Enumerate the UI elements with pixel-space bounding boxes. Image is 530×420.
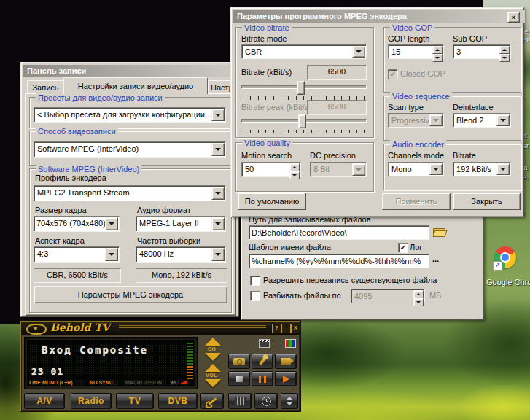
dropdown-button[interactable] <box>211 143 225 156</box>
overwrite-label: Разрешить перезапись существующего файла <box>263 276 437 285</box>
mpeg-dialog-title: Параметры программного MPEG энкодера <box>237 12 407 20</box>
aspect-combobox[interactable]: 4:3 <box>34 246 120 262</box>
close-button[interactable]: Закрыть <box>453 192 521 210</box>
meter-orange <box>187 366 193 379</box>
channel-down-button[interactable] <box>205 353 221 361</box>
dropdown-button[interactable] <box>105 248 118 261</box>
dropdown-button[interactable] <box>211 217 225 230</box>
overwrite-checkbox[interactable] <box>250 276 260 286</box>
tab-video-audio-settings[interactable]: Настройки записи видео/аудио <box>63 77 208 94</box>
pause-button[interactable] <box>252 371 273 386</box>
desktop-icon-label-fragment: е <box>524 28 528 35</box>
audio-format-label: Аудио формат <box>137 206 191 215</box>
camcorder-icon <box>281 358 291 365</box>
channel-up-button[interactable] <box>205 338 221 346</box>
recordings-button[interactable] <box>228 393 252 409</box>
play-icon <box>283 376 289 383</box>
motion-search-spinner[interactable]: 50 <box>241 162 301 177</box>
spinner-buttons[interactable] <box>289 163 300 176</box>
dropdown-button[interactable] <box>211 248 225 261</box>
bitrate-peak-box: 6500 <box>307 100 367 115</box>
record-method-combobox[interactable]: Software MPEG (InterVideo) <box>34 141 226 158</box>
log-checkbox[interactable]: ✓ <box>398 243 408 253</box>
volume-up-button[interactable] <box>205 364 221 372</box>
defaults-button[interactable]: По умолчанию <box>238 192 306 210</box>
dropdown-button[interactable] <box>352 46 365 58</box>
spinner-buttons[interactable] <box>499 46 510 58</box>
chevron-down-icon <box>356 50 362 56</box>
bitrate-slider-thumb[interactable] <box>297 81 305 95</box>
gop-length-spinner[interactable]: 15 <box>388 44 444 59</box>
dropdown-button[interactable] <box>211 109 225 121</box>
spinner-buttons[interactable] <box>413 290 424 302</box>
frame-size-combobox[interactable]: 704x576 (704x480) <box>34 216 120 232</box>
spin-down-button[interactable] <box>499 54 510 62</box>
channels-mode-label: Channels mode <box>388 151 444 160</box>
record-panel-titlebar[interactable]: Панель записи <box>23 65 238 77</box>
spin-down-button[interactable] <box>413 298 424 306</box>
chevron-down-icon <box>109 222 114 228</box>
record-method-value: Software MPEG (InterVideo) <box>34 141 226 158</box>
dropdown-button[interactable] <box>211 187 225 200</box>
dropdown-button[interactable] <box>496 163 510 175</box>
split-files-checkbox[interactable] <box>250 291 260 301</box>
behold-help-button[interactable]: ? <box>272 324 281 333</box>
template-more-button[interactable]: ... <box>432 254 439 264</box>
mpeg-params-button[interactable]: Параметры MPEG энкодера <box>34 286 227 303</box>
chrome-shortcut-label[interactable]: Google Chro <box>486 278 530 287</box>
sample-rate-combobox[interactable]: 48000 Hz <box>136 246 226 262</box>
mode-radio-button[interactable]: Radio <box>71 393 112 409</box>
google-chrome-shortcut[interactable]: ↗ <box>493 245 518 280</box>
frame-size-label: Размер кадра <box>35 206 87 215</box>
sub-gop-spinner[interactable]: 3 <box>453 44 511 59</box>
mode-tv-button[interactable]: TV <box>116 393 154 409</box>
audio-record-button[interactable] <box>252 354 273 369</box>
audio-format-combobox[interactable]: MPEG-1 Layer II <box>136 216 226 232</box>
browse-folder-icon[interactable] <box>433 227 445 236</box>
split-size-spinner[interactable]: 4095 <box>351 289 425 303</box>
spin-up-button[interactable] <box>499 46 510 54</box>
stop-button[interactable] <box>228 371 250 386</box>
bitrate-peak-label: Bitrate peak (kBit/s) <box>241 103 311 112</box>
behold-close-button[interactable]: X <box>291 324 300 333</box>
scheduler-button[interactable] <box>254 393 278 409</box>
dropdown-button[interactable] <box>429 163 443 175</box>
close-icon[interactable]: × <box>507 12 520 23</box>
encoder-profile-label: Профиль энкодера <box>35 174 106 183</box>
pause-icon <box>259 376 266 383</box>
deinterlace-combobox[interactable]: Blend 2 <box>453 113 511 128</box>
presets-group-caption: Пресеты для видео/аудио записи <box>36 93 165 102</box>
spin-up-button[interactable] <box>413 290 424 298</box>
mode-dvb-button[interactable]: DVB <box>158 393 198 409</box>
behold-minimize-button[interactable]: _ <box>281 324 291 333</box>
dropdown-button[interactable] <box>496 114 510 126</box>
spin-down-button[interactable] <box>432 54 443 62</box>
settings-button[interactable] <box>200 393 224 409</box>
video-gop-caption: Video GOP <box>390 23 434 32</box>
volume-down-button[interactable] <box>205 379 221 387</box>
spin-up-button[interactable] <box>289 163 300 171</box>
dropdown-button[interactable] <box>105 217 118 230</box>
video-quality-caption: Video quality <box>242 139 292 147</box>
encoder-profile-value: MPEG2 Transport Stream <box>34 185 226 201</box>
snapshot-button[interactable] <box>228 354 250 369</box>
audio-bitrate-combobox[interactable]: 192 kBit/s <box>453 162 511 176</box>
mpeg-dialog-titlebar[interactable]: Параметры программного MPEG энкодера <box>233 10 525 23</box>
record-path-input[interactable] <box>249 225 429 240</box>
collapse-button[interactable] <box>281 393 298 409</box>
lcd-macrovision: MACROVISION <box>125 380 162 385</box>
behold-titlebar[interactable]: Behold TV ? _ X <box>21 322 300 335</box>
filename-template-input[interactable] <box>249 254 429 268</box>
spinner-buttons[interactable] <box>432 46 443 58</box>
deinterlace-label: Deinterlace <box>453 103 494 112</box>
encoder-profile-combobox[interactable]: MPEG2 Transport Stream <box>34 185 226 201</box>
dropdown-button <box>352 163 365 176</box>
spin-down-button[interactable] <box>289 171 300 179</box>
spin-up-button[interactable] <box>432 46 443 54</box>
channels-mode-combobox[interactable]: Mono <box>388 162 444 176</box>
preset-combobox[interactable]: < Выбор пресета для загрузки конфигураци… <box>34 107 226 122</box>
closed-gop-label: Closed GOP <box>400 69 445 79</box>
mode-av-button[interactable]: A/V <box>24 393 65 409</box>
bitrate-mode-combobox[interactable]: CBR <box>241 44 367 59</box>
play-button[interactable] <box>275 371 297 386</box>
